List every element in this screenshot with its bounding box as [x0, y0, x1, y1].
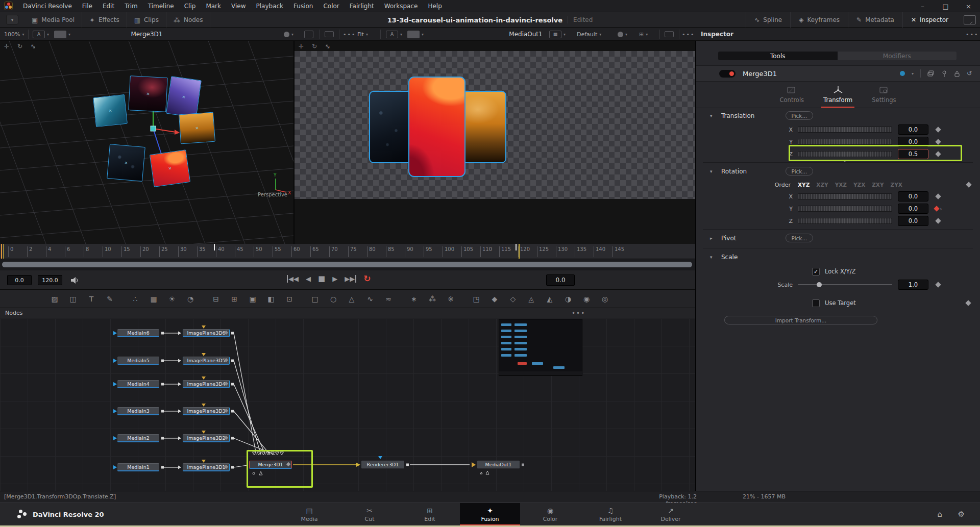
tool-channel-booleans[interactable]: ⊟ — [210, 293, 222, 305]
collapse-chevron-icon[interactable]: ▾ — [710, 169, 717, 174]
toolbar-button-spline[interactable]: ∿Spline — [746, 12, 790, 28]
translation-z-keyframe-diamond[interactable] — [935, 151, 941, 157]
maximize-button[interactable]: □ — [934, 0, 957, 12]
tool-fast-noise[interactable]: ◫ — [67, 293, 79, 305]
tool-p-render[interactable]: ※ — [445, 293, 457, 305]
use-target-keyframe-diamond[interactable] — [965, 300, 971, 306]
right-viewer-options-menu[interactable]: ••• — [682, 28, 695, 41]
tool-polygon[interactable]: △ — [346, 293, 358, 305]
node-mediain4[interactable]: MediaIn4 — [117, 380, 159, 388]
tool-shape-3d[interactable]: ◆ — [488, 293, 501, 305]
tool-blur[interactable]: ∴ — [129, 293, 141, 305]
panel-layout-icon[interactable] — [964, 15, 976, 24]
play-reverse-button[interactable]: ◀ — [306, 275, 311, 283]
translation-z-slider[interactable] — [798, 151, 892, 157]
stop-button[interactable]: ■ — [318, 274, 325, 283]
toolbar-button-clips[interactable]: ▥Clips — [127, 12, 166, 28]
tab-settings[interactable]: Settings — [870, 85, 898, 108]
left-viewer-frame-icon[interactable] — [325, 28, 334, 41]
tool-dissolve[interactable]: ⊞ — [228, 293, 240, 305]
range-end-field[interactable]: 120.0 — [38, 275, 62, 285]
node-mediain1[interactable]: MediaIn1 — [117, 463, 159, 471]
menu-davinci-resolve[interactable]: DaVinci Resolve — [18, 0, 77, 12]
left-viewer-buffer-select[interactable]: ▾ — [284, 28, 293, 41]
node-mediain5[interactable]: MediaIn5 — [117, 357, 159, 365]
tab-controls[interactable]: Controls — [778, 85, 806, 108]
node-renderer3d1[interactable]: Renderer3D1 — [361, 461, 404, 469]
order-option-xzy[interactable]: XZY — [816, 182, 828, 188]
image-plane-red[interactable]: × — [150, 149, 190, 187]
versions-icon[interactable] — [927, 70, 935, 77]
left-viewer-options-menu[interactable]: ••• — [343, 28, 356, 41]
import-transform-button[interactable]: Import Transform... — [724, 316, 877, 324]
menu-timeline[interactable]: Timeline — [143, 0, 179, 12]
reset-icon[interactable]: ↺ — [967, 70, 972, 77]
toolbar-button-metadata[interactable]: ✎Metadata — [848, 12, 902, 28]
tool-background[interactable]: ▨ — [48, 293, 61, 305]
toolbar-button-keyframes[interactable]: ◈Keyframes — [790, 12, 848, 28]
menu-color[interactable]: Color — [318, 0, 344, 12]
dolly-tool-icon[interactable]: ↔ — [324, 42, 332, 51]
menu-file[interactable]: File — [77, 0, 97, 12]
translation-y-keyframe-diamond[interactable] — [935, 139, 941, 144]
tool-uv-map[interactable]: ◬ — [525, 293, 537, 305]
order-keyframe-diamond[interactable] — [966, 182, 971, 187]
page-tab-deliver[interactable]: ↗Deliver — [641, 503, 701, 526]
collapse-chevron-icon[interactable]: ▾ — [710, 255, 717, 260]
order-option-zxy[interactable]: ZXY — [872, 182, 884, 188]
toolbar-button-inspector[interactable]: ✕Inspector — [902, 12, 957, 28]
node-color-dot[interactable] — [900, 71, 905, 76]
image-plane-city[interactable]: × — [128, 76, 167, 112]
close-button[interactable]: × — [957, 0, 980, 12]
menu-playback[interactable]: Playback — [251, 0, 288, 12]
translation-y-value-field[interactable]: 0.0 — [898, 137, 928, 147]
order-option-yzx[interactable]: YZX — [853, 182, 865, 188]
node-imageplane3d2[interactable]: ImagePlane3D2 — [183, 434, 230, 442]
tool-image-plane-3d[interactable]: ◳ — [470, 293, 482, 305]
node-color-dropdown-icon[interactable]: ▾ — [912, 71, 914, 76]
tool-time-speed[interactable]: ⊡ — [283, 293, 296, 305]
orbit-tool-icon[interactable]: ↻ — [17, 43, 22, 50]
image-plane-purple[interactable]: × — [166, 76, 202, 118]
translation-x-value-field[interactable]: 0.0 — [898, 124, 928, 135]
page-tab-cut[interactable]: ✂Cut — [339, 503, 400, 526]
current-time-field[interactable]: 0.0 — [546, 274, 575, 286]
page-tab-media[interactable]: ▤Media — [279, 503, 339, 526]
translation-x-slider[interactable] — [798, 127, 892, 133]
node-imageplane3d3[interactable]: ImagePlane3D3 — [183, 407, 230, 415]
tool-rectangle[interactable]: □ — [309, 293, 321, 305]
tool-p-emitter[interactable]: ∗ — [408, 293, 420, 305]
tool-matte-control[interactable]: ◧ — [265, 293, 277, 305]
node-graph[interactable]: MediaIn6ImagePlane3D6MediaIn5ImagePlane3… — [0, 318, 695, 491]
rotation-x-value-field[interactable]: 0.0 — [898, 191, 928, 202]
rotation-x-slider[interactable] — [798, 193, 892, 199]
app-logo-icon[interactable] — [4, 2, 13, 10]
rotation-pick-button[interactable]: Pick... — [786, 167, 813, 175]
tool-renderer-3d[interactable]: ◎ — [599, 293, 611, 305]
scale-slider[interactable] — [798, 284, 892, 285]
rotation-z-value-field[interactable]: 0.0 — [898, 216, 928, 226]
tool-merge-3d[interactable]: ◉ — [580, 293, 593, 305]
node-mediain2[interactable]: MediaIn2 — [117, 434, 159, 442]
interface-toggle-dropdown[interactable]: ▾ — [6, 15, 18, 24]
page-tab-fairlight[interactable]: ♫Fairlight — [580, 503, 641, 526]
right-viewer-lut-select[interactable]: Default▾ — [577, 28, 601, 41]
collapse-chevron-icon[interactable]: ▾ — [710, 113, 717, 118]
project-manager-icon[interactable]: ⌂ — [937, 510, 942, 519]
minimize-button[interactable]: – — [911, 0, 934, 12]
loop-button[interactable]: ↻ — [363, 273, 371, 284]
use-target-checkbox[interactable] — [812, 299, 820, 307]
translation-y-slider[interactable] — [798, 139, 892, 145]
right-viewer-frame-icon[interactable] — [665, 28, 674, 41]
left-3d-viewport[interactable]: Y X ✛ ↻ ↔ × × × × × × Perspective — [0, 41, 293, 244]
go-to-end-button[interactable]: ▶▶ — [345, 275, 356, 283]
translation-x-keyframe-diamond[interactable] — [935, 127, 941, 132]
keyframe-next-icon[interactable]: › — [940, 206, 942, 212]
menu-fairlight[interactable]: Fairlight — [345, 0, 379, 12]
range-start-field[interactable]: 0.0 — [7, 275, 32, 285]
tool-color-curves[interactable]: ◔ — [184, 293, 197, 305]
left-viewer-split-icon[interactable] — [304, 28, 313, 41]
pan-tool-icon[interactable]: ✛ — [4, 43, 9, 50]
node-merge3d1[interactable]: Merge3D1 — [249, 461, 292, 469]
tool-glow[interactable]: ☀ — [166, 293, 178, 305]
